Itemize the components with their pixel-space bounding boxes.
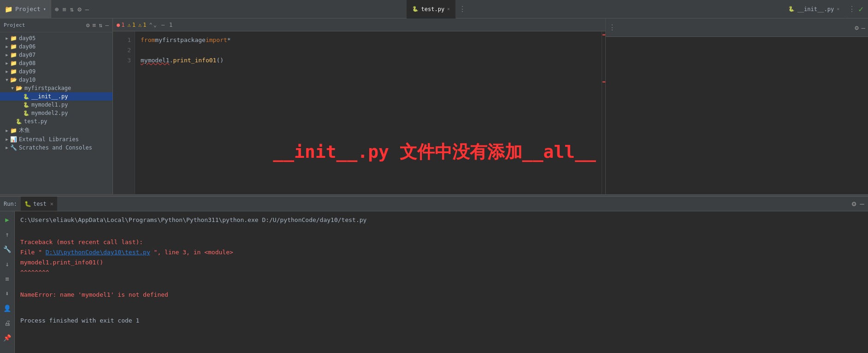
tab-menu-button[interactable]: ⋮: [456, 5, 469, 13]
error-circle-icon: ●: [117, 22, 120, 28]
tree-item-day10[interactable]: ▼ 📂 day10: [0, 76, 112, 84]
tree-label-mymodel2: mymodel2.py: [31, 110, 68, 116]
warning-badge-1: ⚠ 1: [127, 22, 135, 28]
tree-label-muyu: 木鱼: [19, 126, 30, 134]
run-panel: Run: 🐛 test × ⚙ — ▶ ↑ 🔧 ↓ ≡ ⬇ 👤 🖨 📌 C:\U…: [0, 196, 868, 353]
right-minimize-icon[interactable]: —: [859, 24, 868, 31]
sort-icon[interactable]: ⇅: [70, 6, 74, 13]
error-code-mymodel1: mymodel1: [141, 55, 170, 66]
run-tab-label: test: [33, 201, 47, 207]
green-check-icon: ✓: [858, 4, 868, 14]
minimize-icon[interactable]: —: [85, 6, 89, 13]
editor-tabs-right: 🐍 __init__.py × ⋮: [783, 0, 859, 18]
run-person-icon[interactable]: 👤: [2, 303, 13, 314]
settings-icon[interactable]: ⚙: [77, 6, 81, 13]
tree-arrow-day07: ▶: [4, 53, 10, 57]
sidebar-header: Project ⚙ ≡ ⇅ —: [0, 18, 112, 32]
tab-test-py-icon: 🐍: [412, 6, 419, 12]
top-bar: 📁 Project ▾ ⊕ ≡ ⇅ ⚙ — 🐍 test.py × ⋮ 🐍 __…: [0, 0, 868, 18]
editor-content[interactable]: 1 2 3 from myfirstpackage import * mymod…: [113, 31, 605, 194]
tree-item-init-py[interactable]: 🐍 __init__.py: [0, 92, 112, 101]
run-pin-icon[interactable]: 📌: [2, 332, 13, 343]
tab-menu-button-right[interactable]: ⋮: [845, 5, 858, 13]
annotation-overlay: __init__.py 文件中没有添加__all__: [273, 147, 596, 157]
list-icon[interactable]: ≡: [62, 6, 66, 13]
tree-arrow-ext-libs: ▶: [4, 137, 10, 142]
tab-init-py[interactable]: 🐍 __init__.py ×: [783, 0, 846, 18]
folder-icon-day06: 📁: [10, 43, 17, 50]
console-file-link[interactable]: D:\U\pythonCode\day10\test.py: [46, 249, 150, 256]
folder-icon-day07: 📁: [10, 52, 17, 58]
run-tab-test[interactable]: 🐛 test ×: [21, 197, 57, 211]
folder-icon-ext-libs: 📊: [10, 136, 17, 143]
run-settings-icon[interactable]: ⚙: [852, 199, 856, 208]
py-icon-mymodel1: 🐍: [23, 102, 30, 108]
run-tab-close[interactable]: ×: [50, 201, 53, 207]
error-stripe-line3: [602, 81, 605, 83]
tree-item-test-py[interactable]: 🐍 test.py: [0, 117, 112, 126]
tab-init-py-icon: 🐍: [788, 6, 795, 12]
run-download-icon[interactable]: ⬇: [2, 288, 13, 299]
tree-item-mymodel2[interactable]: 🐍 mymodel2.py: [0, 109, 112, 117]
sidebar-settings-icon[interactable]: ⚙: [86, 22, 90, 29]
folder-icon-myfirstpackage: 📂: [16, 85, 23, 91]
tab-test-py-close[interactable]: ×: [447, 6, 450, 12]
sidebar: Project ⚙ ≡ ⇅ — ▶ 📁 day05 ▶ 📁 day06: [0, 18, 113, 194]
main-area: Project ⚙ ≡ ⇅ — ▶ 📁 day05 ▶ 📁 day06: [0, 18, 868, 194]
folder-icon-day05: 📁: [10, 35, 17, 42]
tree-label-day10: day10: [19, 77, 35, 83]
tree-item-day06[interactable]: ▶ 📁 day06: [0, 42, 112, 51]
keyword-import: import: [206, 35, 227, 45]
tree-item-muyu[interactable]: ▶ 📁 木鱼: [0, 126, 112, 135]
tree-item-mymodel1[interactable]: 🐍 mymodel1.py: [0, 101, 112, 109]
sidebar-close-icon[interactable]: —: [105, 22, 109, 29]
nav-up-arrow[interactable]: ⌃: [149, 22, 152, 28]
tree-item-external-libs[interactable]: ▶ 📊 External Libraries: [0, 135, 112, 144]
console-output: C:\Users\eliauk\AppData\Local\Programs\P…: [15, 211, 868, 353]
editor-info-bar: ● 1 ⚠ 1 ⚠ 1 ⌃ ⌄ — 1: [113, 18, 605, 31]
tree-item-day05[interactable]: ▶ 📁 day05: [0, 34, 112, 42]
tab-test-py[interactable]: 🐍 test.py ×: [407, 0, 456, 18]
tree-label-day06: day06: [19, 43, 35, 50]
tree-arrow-scratches: ▶: [4, 145, 10, 150]
keyword-from: from: [141, 35, 155, 45]
sidebar-sort-icon[interactable]: ≡: [93, 22, 96, 29]
folder-icon-muyu: 📁: [10, 127, 17, 134]
right-settings-icon[interactable]: ⚙: [855, 24, 858, 31]
run-up-icon[interactable]: ↑: [2, 229, 13, 240]
console-traceback-header: Traceback (most recent call last):: [20, 237, 862, 247]
run-play-icon[interactable]: ▶: [2, 214, 13, 225]
editor-right-tabs: ⋮ ⚙ —: [606, 18, 868, 37]
run-minimize-icon[interactable]: —: [860, 199, 864, 208]
annotation-text: __init__.py 文件中没有添加__all__: [273, 142, 596, 162]
console-blank-1: [20, 227, 862, 237]
run-panel-header: Run: 🐛 test × ⚙ —: [0, 197, 868, 211]
code-paren-close: ): [220, 55, 224, 66]
code-body[interactable]: from myfirstpackage import * mymodel1 . …: [135, 31, 605, 194]
tree-item-day09[interactable]: ▶ 📁 day09: [0, 67, 112, 76]
run-wrench-icon[interactable]: 🔧: [2, 244, 13, 255]
tree-label-day05: day05: [19, 35, 35, 42]
warning-triangle-icon-2: ⚠: [138, 22, 142, 28]
tree-item-scratches[interactable]: ▶ 🔧 Scratches and Consoles: [0, 144, 112, 152]
tree-arrow-day09: ▶: [4, 69, 10, 74]
code-func-name: print_info01: [173, 55, 216, 66]
run-list-icon[interactable]: ≡: [2, 273, 13, 284]
nav-arrows[interactable]: ⌃ ⌄: [149, 22, 156, 28]
tree-item-day08[interactable]: ▶ 📁 day08: [0, 59, 112, 67]
run-print-icon[interactable]: 🖨: [2, 317, 13, 329]
sync-icon[interactable]: ⊕: [55, 6, 59, 13]
tab-init-py-close[interactable]: ×: [837, 6, 839, 12]
right-tab-menu[interactable]: ⋮: [606, 23, 619, 32]
run-label: Run:: [4, 201, 17, 207]
tree-item-day07[interactable]: ▶ 📁 day07: [0, 51, 112, 59]
project-tab[interactable]: 📁 Project ▾: [0, 0, 51, 18]
nav-down-arrow[interactable]: ⌄: [154, 22, 157, 28]
run-down-icon[interactable]: ↓: [2, 258, 13, 269]
sidebar-expand-icon[interactable]: ⇅: [99, 22, 102, 29]
tree-arrow-muyu: ▶: [4, 128, 10, 133]
tree-arrow-day10: ▼: [4, 78, 10, 82]
project-dropdown-arrow[interactable]: ▾: [43, 6, 46, 12]
tree-item-myfirstpackage[interactable]: ▼ 📂 myfirstpackage: [0, 84, 112, 92]
tree-arrow-day05: ▶: [4, 36, 10, 41]
